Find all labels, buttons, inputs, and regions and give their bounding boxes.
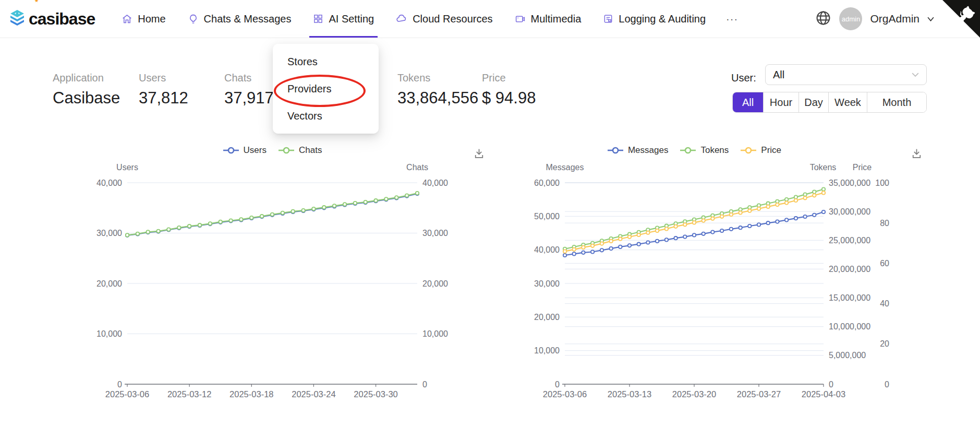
bulb-icon [188, 14, 199, 25]
cloud-icon [396, 13, 407, 25]
messages-tokens-price-chart: MessagesTokensPrice60,00050,00040,00030,… [532, 145, 928, 412]
range-button-month[interactable]: Month [867, 92, 926, 112]
language-globe-icon[interactable] [815, 10, 831, 28]
svg-text:20: 20 [880, 339, 889, 348]
chart-legend: MessagesTokensPrice [565, 145, 824, 156]
chart-canvas: 40,00030,00020,00010,0000Users40,00030,0… [78, 145, 506, 412]
stat-users: Users 37,812 [139, 72, 188, 108]
nav-label: AI Setting [329, 13, 374, 25]
svg-text:2025-03-06: 2025-03-06 [105, 389, 149, 399]
svg-text:2025-03-20: 2025-03-20 [672, 389, 716, 399]
svg-text:10,000: 10,000 [422, 329, 448, 338]
svg-text:10,000: 10,000 [96, 329, 122, 338]
grid-icon [313, 14, 323, 24]
stat-label: Chats [224, 72, 274, 84]
audit-log-icon [603, 14, 613, 24]
svg-text:0: 0 [829, 380, 833, 389]
svg-text:40,000: 40,000 [422, 179, 448, 187]
download-chart-icon[interactable] [910, 147, 923, 162]
svg-text:30,000: 30,000 [534, 279, 560, 288]
svg-text:10,000,000: 10,000,000 [829, 322, 870, 331]
svg-text:2025-03-12: 2025-03-12 [167, 389, 211, 399]
stat-value: 37,917 [224, 89, 274, 108]
top-navbar: casibase ⭑ Home Chats & Messages [0, 0, 980, 38]
svg-text:40: 40 [880, 299, 889, 308]
avatar[interactable]: admin [839, 7, 862, 30]
download-chart-icon[interactable] [473, 147, 486, 162]
svg-text:Chats: Chats [406, 163, 428, 172]
nav-item-chats-messages[interactable]: Chats & Messages [177, 0, 303, 38]
svg-text:2025-03-27: 2025-03-27 [737, 389, 781, 399]
account-name[interactable]: OrgAdmin [870, 13, 919, 25]
ai-setting-dropdown-menu: StoresProvidersVectors [273, 44, 379, 134]
stat-tokens: Tokens 33,864,556 [397, 72, 478, 108]
range-button-week[interactable]: Week [828, 92, 867, 112]
casibase-logo-text: casibase [29, 10, 95, 27]
legend-marker [278, 147, 295, 154]
legend-marker [223, 147, 239, 154]
svg-text:10,000: 10,000 [534, 346, 560, 355]
svg-text:30,000: 30,000 [96, 229, 122, 238]
nav-item-logging-auditing[interactable]: Logging & Auditing [592, 0, 717, 38]
range-button-all[interactable]: All [733, 92, 763, 112]
legend-item-tokens[interactable]: Tokens [680, 145, 729, 156]
svg-text:20,000,000: 20,000,000 [829, 265, 870, 274]
menu-item-stores[interactable]: Stores [273, 48, 379, 75]
menu-item-vectors[interactable]: Vectors [273, 102, 379, 129]
svg-text:2025-04-03: 2025-04-03 [802, 389, 845, 399]
account-caret-icon [927, 14, 934, 23]
github-corner-octocat[interactable] [942, 0, 980, 38]
legend-item-chats[interactable]: Chats [278, 145, 322, 156]
user-select[interactable]: All [765, 64, 927, 85]
svg-text:20,000: 20,000 [422, 279, 448, 288]
legend-item-price[interactable]: Price [740, 145, 781, 156]
svg-text:20,000: 20,000 [534, 313, 560, 322]
video-camera-icon [515, 14, 526, 25]
stat-value: Casibase [53, 89, 120, 108]
nav-more-ellipsis[interactable]: ··· [717, 0, 747, 38]
svg-text:100: 100 [875, 179, 889, 187]
legend-marker [740, 147, 757, 154]
chart-canvas: 60,00050,00040,00030,00020,00010,0000Mes… [532, 145, 928, 412]
legend-item-messages[interactable]: Messages [607, 145, 668, 156]
svg-text:30,000: 30,000 [422, 229, 448, 238]
nav-item-cloud-resources[interactable]: Cloud Resources [385, 0, 503, 38]
stat-label: Application [53, 72, 120, 84]
range-button-hour[interactable]: Hour [763, 92, 798, 112]
stat-label: Tokens [397, 72, 478, 84]
range-button-day[interactable]: Day [798, 92, 828, 112]
stat-value: 37,812 [139, 89, 188, 108]
svg-text:2025-03-30: 2025-03-30 [354, 389, 397, 399]
svg-text:2025-03-18: 2025-03-18 [229, 389, 273, 399]
svg-text:2025-03-24: 2025-03-24 [292, 389, 335, 399]
svg-text:Tokens: Tokens [810, 163, 837, 172]
legend-item-users[interactable]: Users [223, 145, 267, 156]
svg-text:80: 80 [880, 219, 889, 228]
main-nav: Home Chats & Messages AI Setting [111, 0, 747, 38]
svg-text:5,000,000: 5,000,000 [829, 351, 866, 360]
nav-item-multimedia[interactable]: Multimedia [504, 0, 592, 38]
logo-crown-icon: ⭑ [34, 0, 39, 5]
user-select-value: All [773, 69, 784, 81]
svg-text:Users: Users [116, 163, 138, 172]
svg-text:Messages: Messages [546, 163, 584, 172]
nav-label: Multimedia [531, 13, 582, 25]
home-icon [122, 14, 132, 25]
casibase-logo[interactable]: casibase ⭑ [9, 9, 95, 28]
nav-item-home[interactable]: Home [111, 0, 176, 38]
nav-label: Chats & Messages [204, 13, 292, 25]
casibase-logo-icon [9, 9, 25, 28]
svg-text:0: 0 [885, 380, 889, 389]
svg-text:20,000: 20,000 [96, 279, 122, 288]
legend-marker [680, 147, 696, 154]
stat-chats: Chats 37,917 [224, 72, 274, 108]
menu-item-providers[interactable]: Providers [273, 75, 379, 102]
svg-text:0: 0 [555, 380, 560, 389]
stat-label: Users [139, 72, 188, 84]
nav-item-ai-setting[interactable]: AI Setting [302, 0, 385, 38]
svg-text:2025-03-06: 2025-03-06 [543, 389, 587, 399]
svg-text:25,000,000: 25,000,000 [829, 236, 870, 245]
svg-text:15,000,000: 15,000,000 [829, 293, 870, 302]
stat-application: Application Casibase [53, 72, 120, 108]
stat-value: 33,864,556 [397, 89, 478, 108]
